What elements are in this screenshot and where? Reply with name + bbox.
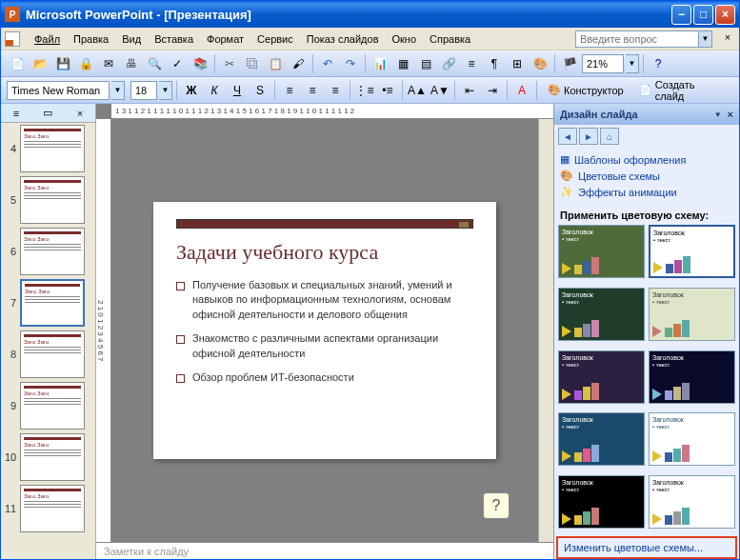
taskpane-dropdown-icon[interactable]: ▼ [714,110,722,119]
zoom-dropdown-icon[interactable]: ▼ [626,54,639,73]
shadow-button[interactable]: S [250,80,270,101]
nav-home-icon[interactable]: ⌂ [600,128,619,145]
expand-all-button[interactable]: ≡ [461,53,482,74]
notes-pane[interactable]: Заметки к слайду [96,542,553,560]
color-scheme-item[interactable]: Заголовок • текст [649,412,735,466]
zoom-combo[interactable]: 21% [582,54,624,73]
print-preview-button[interactable]: 🔍 [144,53,165,74]
color-scheme-item[interactable]: Заголовок • текст [649,475,735,529]
save-button[interactable]: 💾 [52,53,73,74]
align-right-button[interactable]: ≡ [325,80,346,101]
increase-indent-button[interactable]: ⇥ [482,80,503,101]
insert-hyperlink-button[interactable]: 🔗 [438,53,459,74]
thumbnail-row[interactable]: 5 Заго Заго [1,174,95,226]
thumbnail-row[interactable]: 10 Заго Заго [1,431,95,483]
nav-forward-icon[interactable]: ► [579,128,598,145]
show-formatting-button[interactable]: ¶ [484,53,505,74]
help-bubble[interactable]: ? [483,492,510,519]
numbering-button[interactable]: ⋮≡ [354,80,375,101]
menu-edit[interactable]: Правка [67,30,115,48]
show-grid-button[interactable]: ⊞ [507,53,528,74]
thumbnail-row[interactable]: 7 Заго Заго [1,277,95,329]
slide-bullet[interactable]: Знакомство с различными аспектами органи… [176,331,473,361]
menu-window[interactable]: Окно [386,30,424,48]
paste-button[interactable]: 📋 [265,53,286,74]
link-animation[interactable]: ✨Эффекты анимации [560,184,733,200]
color-scheme-item[interactable]: Заголовок • текст [649,288,735,341]
open-button[interactable]: 📂 [30,53,50,74]
cut-button[interactable]: ✂ [219,53,240,74]
decrease-indent-button[interactable]: ⇤ [459,80,480,101]
new-slide-button[interactable]: 📄 Создать слайд [632,80,733,101]
slide-canvas[interactable]: Задачи учебного курса Получение базовых … [111,119,538,542]
decrease-font-button[interactable]: A▼ [430,80,450,101]
tables-borders-button[interactable]: ▤ [415,53,436,74]
format-painter-button[interactable]: 🖌 [288,53,309,74]
menu-format[interactable]: Формат [200,30,250,48]
copy-button[interactable]: ⿻ [242,53,263,74]
insert-chart-button[interactable]: 📊 [370,53,390,74]
designer-button[interactable]: 🎨 Конструктор [541,80,630,101]
color-button[interactable]: 🎨 [530,53,550,74]
color-scheme-item[interactable]: Заголовок • текст [558,475,645,529]
help-dropdown-icon[interactable]: ▼ [699,30,712,48]
flag-button[interactable]: 🏴 [559,53,580,74]
thumbnail[interactable]: Заго Заго [20,485,85,532]
nav-back-icon[interactable]: ◄ [558,128,577,145]
help-search-input[interactable] [575,30,699,48]
increase-font-button[interactable]: A▲ [407,80,428,101]
close-tabs-icon[interactable]: × [77,108,83,119]
italic-button[interactable]: К [204,80,225,101]
color-scheme-item[interactable]: Заголовок • текст [558,350,645,404]
menu-view[interactable]: Вид [115,30,148,48]
thumbnail[interactable]: Заго Заго [20,330,85,378]
thumbnail-row[interactable]: 8 Заго Заго [1,329,95,380]
menu-tools[interactable]: Сервис [250,30,300,48]
bold-button[interactable]: Ж [181,80,202,101]
thumbnail[interactable]: Заго Заго [20,433,85,481]
doc-close-button[interactable]: × [720,31,735,47]
slide-bullet[interactable]: Получение базовых и специальных знаний, … [176,278,473,322]
bullets-button[interactable]: •≡ [377,80,398,101]
font-combo[interactable]: Times New Roman [7,81,110,100]
thumbnail[interactable]: Заго Заго [20,228,85,275]
slides-tab-icon[interactable]: ▭ [43,107,52,119]
link-color-schemes[interactable]: 🎨Цветовые схемы [560,168,733,184]
menu-insert[interactable]: Вставка [148,30,200,48]
email-button[interactable]: ✉ [98,53,119,74]
edit-color-schemes-link[interactable]: Изменить цветовые схемы... [556,536,737,559]
insert-table-button[interactable]: ▦ [392,53,413,74]
redo-button[interactable]: ↷ [340,53,361,74]
new-button[interactable]: 📄 [7,53,28,74]
maximize-button[interactable]: □ [693,5,713,25]
underline-button[interactable]: Ч [227,80,248,101]
align-center-button[interactable]: ≡ [302,80,323,101]
current-slide[interactable]: Задачи учебного курса Получение базовых … [153,202,496,459]
slide-title[interactable]: Задачи учебного курса [176,240,473,265]
color-scheme-item[interactable]: Заголовок • текст [649,350,735,404]
color-scheme-item[interactable]: Заголовок • текст [558,288,645,341]
thumbnail[interactable]: Заго Заго [20,279,85,327]
thumbnail-row[interactable]: 11 Заго Заго [1,483,95,534]
slide-bullet[interactable]: Обзор проблем ИТ-безопасности [176,370,473,385]
menu-help[interactable]: Справка [423,30,477,48]
color-scheme-item[interactable]: Заголовок • текст [649,225,735,278]
font-dropdown-icon[interactable]: ▼ [111,81,125,100]
print-button[interactable]: 🖶 [121,53,142,74]
permission-button[interactable]: 🔒 [75,53,96,74]
thumbnail[interactable]: Заго Заго [20,125,85,172]
menu-file[interactable]: Файл [28,30,67,48]
spelling-button[interactable]: ✓ [167,53,188,74]
font-color-button[interactable]: A [511,80,532,101]
font-size-dropdown-icon[interactable]: ▼ [159,81,172,100]
help-button[interactable]: ? [648,53,669,74]
document-icon[interactable] [5,31,20,47]
align-left-button[interactable]: ≡ [279,80,300,101]
thumbnail-row[interactable]: 6 Заго Заго [1,226,95,277]
vertical-scrollbar[interactable] [538,119,553,542]
menu-slideshow[interactable]: Показ слайдов [300,30,386,48]
minimize-button[interactable]: − [671,5,691,25]
thumbnail-row[interactable]: 9 Заго Заго [1,380,95,431]
thumbnail[interactable]: Заго Заго [20,382,85,430]
link-templates[interactable]: ▦Шаблоны оформления [560,151,733,168]
